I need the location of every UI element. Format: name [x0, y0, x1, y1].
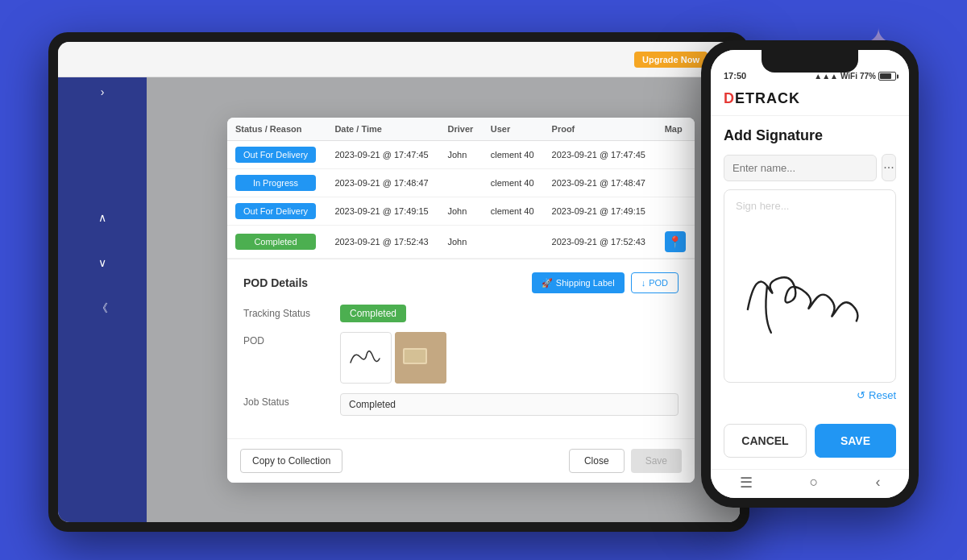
- col-proof: Proof: [544, 118, 657, 141]
- more-options-button[interactable]: ···: [882, 154, 896, 181]
- battery-tip: [897, 74, 899, 78]
- table-row: In Progress 2023-09-21 @ 17:48:47 clemen…: [227, 169, 695, 197]
- col-driver: Driver: [440, 118, 483, 141]
- pod-field-label: POD: [243, 332, 340, 346]
- sidebar-chevron-up[interactable]: ∧: [58, 203, 147, 232]
- signature-image[interactable]: [340, 332, 392, 384]
- phone-screen: 17:50 ▲▲▲ WiFi 77% DETRACK Add Signature: [711, 50, 909, 498]
- battery-fill: [880, 73, 891, 79]
- status-cell: In Progress: [227, 169, 326, 197]
- modal-dialog: Status / Reason Date / Time Driver User …: [227, 118, 695, 483]
- signature-canvas[interactable]: Sign here...: [724, 189, 896, 383]
- user-cell: clement 40: [483, 169, 544, 197]
- modal-footer-right: Close Save: [569, 449, 682, 473]
- driver-cell: John: [440, 141, 483, 169]
- datetime-cell: 2023-09-21 @ 17:47:45: [326, 141, 439, 169]
- job-status-value: [340, 393, 679, 416]
- nav-home-icon[interactable]: ○: [810, 474, 819, 491]
- delivery-photo[interactable]: [395, 332, 446, 384]
- datetime-cell: 2023-09-21 @ 17:49:15: [326, 197, 439, 226]
- shipping-label-button[interactable]: 🚀 Shipping Label: [532, 272, 625, 293]
- datetime-cell: 2023-09-21 @ 17:48:47: [326, 169, 439, 197]
- phone-status-right: ▲▲▲ WiFi 77%: [814, 72, 896, 81]
- map-cell: [657, 169, 695, 197]
- nav-back-icon[interactable]: ‹: [875, 474, 880, 491]
- proof-cell: 2023-09-21 @ 17:49:15: [544, 197, 657, 226]
- reset-icon: ↺: [857, 389, 865, 401]
- upgrade-button[interactable]: Upgrade Now: [634, 52, 708, 68]
- col-user: User: [483, 118, 544, 141]
- sidebar-chevron[interactable]: ›: [58, 77, 147, 106]
- tracking-status-row: Tracking Status Completed: [243, 305, 679, 322]
- status-badge-inprogress: In Progress: [235, 175, 316, 191]
- map-cell: 📍: [657, 226, 695, 259]
- cancel-button[interactable]: CANCEL: [724, 424, 807, 458]
- driver-cell: John: [440, 226, 483, 259]
- tablet-main: Status / Reason Date / Time Driver User …: [147, 77, 740, 522]
- save-button[interactable]: Save: [631, 449, 682, 473]
- job-status-input[interactable]: [340, 393, 679, 416]
- battery-text: 77%: [860, 72, 876, 81]
- map-cell: [657, 197, 695, 226]
- detrack-d: D: [724, 90, 735, 106]
- wifi-icon: WiFi: [840, 72, 857, 81]
- map-cell: [657, 141, 695, 169]
- phone-nav-bar: ☰ ○ ‹: [711, 469, 909, 498]
- sidebar-chevron-down[interactable]: ∨: [58, 248, 147, 277]
- close-button[interactable]: Close: [569, 449, 625, 473]
- reset-button[interactable]: ↺ Reset: [857, 389, 896, 401]
- detrack-logo: DETRACK: [724, 90, 896, 107]
- status-cell: Out For Delivery: [227, 197, 326, 226]
- user-cell: clement 40: [483, 141, 544, 169]
- driver-cell: [440, 169, 483, 197]
- download-icon: ↓: [641, 278, 646, 288]
- signature-svg: [342, 334, 389, 381]
- job-status-label: Job Status: [243, 393, 340, 408]
- signature-name-input[interactable]: [724, 155, 877, 181]
- phone-header: DETRACK: [711, 85, 909, 116]
- modal-footer: Copy to Collection Close Save: [227, 438, 695, 483]
- proof-cell: 2023-09-21 @ 17:52:43: [544, 226, 657, 259]
- datetime-cell: 2023-09-21 @ 17:52:43: [326, 226, 439, 259]
- status-cell: Completed: [227, 226, 326, 259]
- shipping-icon: 🚀: [542, 278, 553, 288]
- phone-footer: CANCEL SAVE: [711, 416, 909, 469]
- signal-icon: ▲▲▲: [814, 72, 838, 81]
- tablet-screen: Upgrade Now ? › ∧ ∨ 《 2 0 P Col... Assig…: [58, 42, 740, 522]
- user-cell: clement 40: [483, 197, 544, 226]
- pod-actions: 🚀 Shipping Label ↓ POD: [532, 272, 679, 293]
- pod-section: POD Details 🚀 Shipping Label ↓ POD: [227, 259, 695, 438]
- user-cell: [483, 226, 544, 259]
- phone-time: 17:50: [724, 71, 746, 81]
- pod-images: [340, 332, 679, 384]
- tracking-status-value: Completed: [340, 305, 679, 322]
- sidebar-chevron-double[interactable]: 《: [58, 293, 147, 324]
- nav-lines-icon[interactable]: ☰: [740, 474, 753, 492]
- status-cell: Out For Delivery: [227, 141, 326, 169]
- status-table: Status / Reason Date / Time Driver User …: [227, 118, 695, 259]
- col-datetime: Date / Time: [326, 118, 439, 141]
- phone-notch: [762, 50, 858, 73]
- battery-icon: [878, 72, 896, 81]
- table-row: Out For Delivery 2023-09-21 @ 17:49:15 J…: [227, 197, 695, 226]
- tracking-badge: Completed: [340, 305, 406, 322]
- proof-cell: 2023-09-21 @ 17:47:45: [544, 141, 657, 169]
- proof-cell: 2023-09-21 @ 17:48:47: [544, 169, 657, 197]
- add-signature-title: Add Signature: [724, 127, 896, 144]
- table-row: Out For Delivery 2023-09-21 @ 17:47:45 J…: [227, 141, 695, 169]
- save-phone-button[interactable]: SAVE: [815, 424, 896, 458]
- status-badge-completed: Completed: [235, 234, 316, 250]
- col-status: Status / Reason: [227, 118, 326, 141]
- job-status-row: Job Status: [243, 393, 679, 416]
- pod-images-row: POD: [243, 332, 679, 384]
- copy-collection-button[interactable]: Copy to Collection: [240, 449, 342, 473]
- table-row: Completed 2023-09-21 @ 17:52:43 John 202…: [227, 226, 695, 259]
- photo-svg: [395, 332, 446, 384]
- svg-rect-2: [405, 350, 425, 363]
- driver-cell: John: [440, 197, 483, 226]
- pod-button[interactable]: ↓ POD: [631, 272, 679, 293]
- phone-content: Add Signature ··· Sign here... ↺: [711, 116, 909, 416]
- map-pin-icon[interactable]: 📍: [665, 231, 686, 252]
- status-badge-delivery: Out For Delivery: [235, 147, 316, 163]
- pod-title: POD Details: [243, 276, 308, 289]
